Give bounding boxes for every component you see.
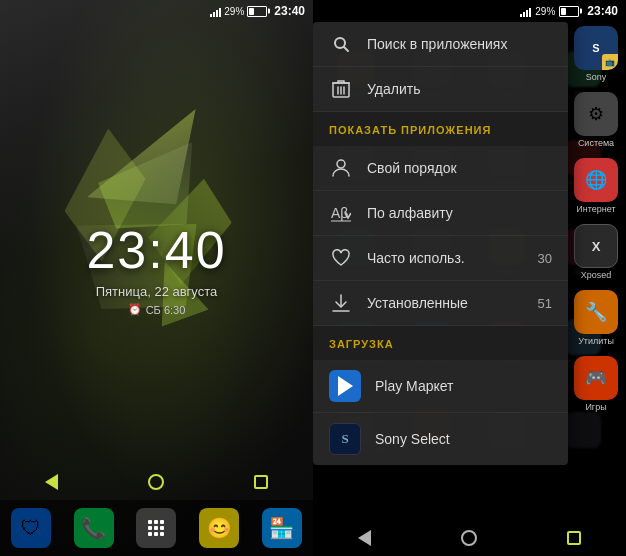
heart-icon (329, 246, 353, 270)
sidebar-group-games[interactable]: 🎮 Игры (567, 352, 625, 416)
person-icon (329, 156, 353, 180)
svg-rect-2 (160, 520, 164, 524)
sidebar-group-internet[interactable]: 🌐 Интернет (567, 154, 625, 218)
menu-item-custom-order[interactable]: Свой порядок (313, 146, 568, 191)
custom-order-label: Свой порядок (367, 160, 552, 176)
section-download: ЗАГРУЗКА (313, 326, 568, 360)
status-icons-right: 29% 23:40 (520, 4, 618, 18)
svg-rect-6 (148, 532, 152, 536)
svg-rect-7 (154, 532, 158, 536)
alpha-icon: Аβ (329, 201, 353, 225)
xposed-icon[interactable]: X (574, 224, 618, 268)
right-status-bar: 29% 23:40 (313, 0, 626, 22)
frequent-count: 30 (538, 251, 552, 266)
recents-button-left[interactable] (254, 475, 268, 489)
alpha-label: По алфавиту (367, 205, 552, 221)
sony-select-icon: S (329, 423, 361, 455)
sidebar-group-system[interactable]: ⚙ Система (567, 88, 625, 152)
status-icons: 29% 23:40 (210, 4, 305, 18)
sidebar-label-utils: Утилиты (578, 336, 614, 346)
games-icon[interactable]: 🎮 (574, 356, 618, 400)
back-button-right[interactable] (358, 530, 371, 546)
frequent-label: Часто использ. (367, 250, 524, 266)
delete-label: Удалить (367, 81, 552, 97)
menu-item-alpha[interactable]: Аβ По алфавиту (313, 191, 568, 236)
sidebar-label-system: Система (578, 138, 614, 148)
time-left: 23:40 (274, 4, 305, 18)
sony-icon[interactable]: S 📺 (574, 26, 618, 70)
sony-select-label: Sony Select (375, 431, 552, 447)
home-button-right[interactable] (461, 530, 477, 546)
section-download-label: ЗАГРУЗКА (329, 338, 394, 350)
menu-item-sony-select[interactable]: S Sony Select (313, 413, 568, 465)
sidebar-label-games: Игры (585, 402, 606, 412)
battery-icon-right (559, 6, 579, 17)
left-dock: 🛡 📞 😊 🏪 (0, 500, 313, 556)
internet-icon[interactable]: 🌐 (574, 158, 618, 202)
installed-count: 51 (538, 296, 552, 311)
recents-button-right[interactable] (567, 531, 581, 545)
play-market-icon (329, 370, 361, 402)
svg-rect-5 (160, 526, 164, 530)
back-button-left[interactable] (45, 474, 58, 490)
svg-rect-0 (148, 520, 152, 524)
svg-rect-4 (154, 526, 158, 530)
search-label: Поиск в приложениях (367, 36, 552, 52)
svg-rect-1 (154, 520, 158, 524)
dock-messages[interactable]: 😊 (199, 508, 239, 548)
menu-item-frequent[interactable]: Часто использ. 30 (313, 236, 568, 281)
section-show-apps: ПОКАЗАТЬ ПРИЛОЖЕНИЯ (313, 112, 568, 146)
sidebar-group-sony[interactable]: S 📺 Sony (567, 22, 625, 86)
battery-percent-right: 29% (535, 6, 555, 17)
right-panel: 📅Кален. ⚙Кальк. Кат. Sony Ядро Задания И… (313, 0, 626, 556)
dock-store[interactable]: 🏪 (262, 508, 302, 548)
menu-item-delete[interactable]: Удалить (313, 67, 568, 112)
signal-icon-right (520, 5, 531, 17)
battery-percent-left: 29% (224, 6, 244, 17)
battery-icon-left (247, 6, 267, 17)
app-sidebar: S 📺 Sony ⚙ Система 🌐 Интернет X Xposed (566, 0, 626, 556)
alarm-icon: ⏰ (128, 303, 142, 316)
home-button-left[interactable] (148, 474, 164, 490)
signal-icon (210, 5, 221, 17)
system-icon[interactable]: ⚙ (574, 92, 618, 136)
utils-icon[interactable]: 🔧 (574, 290, 618, 334)
alarm-time: СБ 6:30 (146, 304, 186, 316)
sidebar-label-sony: Sony (586, 72, 607, 82)
left-status-bar: 29% 23:40 (0, 0, 313, 22)
left-nav-bar (0, 464, 313, 500)
svg-rect-3 (148, 526, 152, 530)
svg-point-16 (337, 160, 345, 168)
sidebar-group-utils[interactable]: 🔧 Утилиты (567, 286, 625, 350)
dock-apps[interactable] (136, 508, 176, 548)
section-show-apps-label: ПОКАЗАТЬ ПРИЛОЖЕНИЯ (329, 124, 491, 136)
search-icon (329, 32, 353, 56)
dock-phone[interactable]: 📞 (74, 508, 114, 548)
menu-item-search[interactable]: Поиск в приложениях (313, 22, 568, 67)
sidebar-label-xposed: Xposed (581, 270, 612, 280)
installed-label: Установленные (367, 295, 524, 311)
dock-security[interactable]: 🛡 (11, 508, 51, 548)
time-right: 23:40 (587, 4, 618, 18)
sidebar-label-internet: Интернет (576, 204, 615, 214)
left-panel: 29% 23:40 23:40 Пятница, 22 августа ⏰ СБ… (0, 0, 313, 556)
clock-date: Пятница, 22 августа (86, 284, 226, 299)
clock-area: 23:40 Пятница, 22 августа ⏰ СБ 6:30 (86, 220, 226, 316)
svg-rect-8 (160, 532, 164, 536)
download-icon (329, 291, 353, 315)
right-nav-bar (313, 520, 626, 556)
menu-item-installed[interactable]: Установленные 51 (313, 281, 568, 326)
play-market-label: Play Маркет (375, 378, 552, 394)
clock-time: 23:40 (86, 220, 226, 280)
menu-item-play[interactable]: Play Маркет (313, 360, 568, 413)
sidebar-group-xposed[interactable]: X Xposed (567, 220, 625, 284)
trash-icon (329, 77, 353, 101)
dropdown-menu: Поиск в приложениях Удалить ПОКАЗАТЬ ПРИ… (313, 22, 568, 465)
svg-line-10 (344, 47, 348, 51)
alarm-info: ⏰ СБ 6:30 (86, 303, 226, 316)
